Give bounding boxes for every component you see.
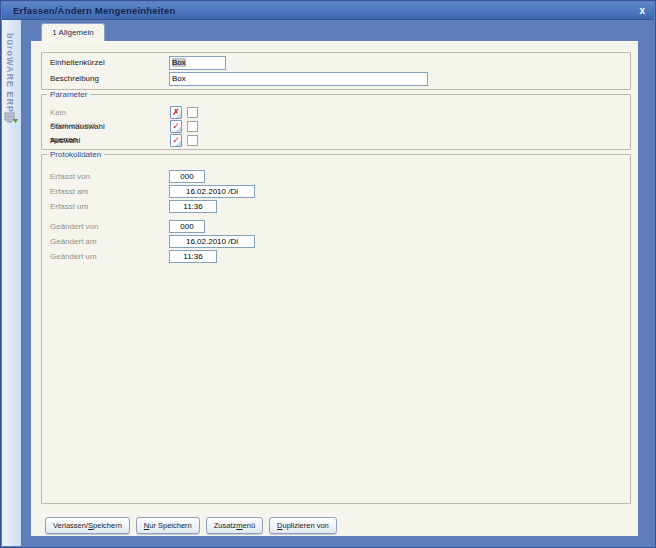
content-panel: Einheitenkürzel Box Beschreibung Box Par… bbox=[31, 41, 638, 536]
nur-speichern-button[interactable]: Nur Speichern bbox=[136, 517, 200, 534]
geaendert-am-label: Geändert am bbox=[50, 235, 97, 248]
erfasst-um-label: Erfasst um bbox=[50, 200, 88, 213]
erfasst-am-input[interactable]: 16.02.2010 /Di bbox=[169, 185, 255, 198]
auswahl-sperren-checkbox[interactable] bbox=[187, 135, 198, 146]
red-check-icon[interactable]: ✓ bbox=[170, 134, 182, 147]
geaendert-von-input[interactable]: 000 bbox=[169, 220, 205, 233]
stammauswahl-sperren-checkbox[interactable] bbox=[187, 121, 198, 132]
geaendert-am-input[interactable]: 16.02.2010 /Di bbox=[169, 235, 255, 248]
general-groupbox: Einheitenkürzel Box Beschreibung Box bbox=[41, 52, 631, 90]
red-x-icon[interactable]: ✗ bbox=[170, 106, 182, 119]
button-label-part: Zusatz bbox=[214, 521, 237, 530]
erfasst-am-label: Erfasst am bbox=[50, 185, 88, 198]
einheitenkuerzel-input[interactable]: Box bbox=[169, 56, 226, 70]
close-icon[interactable]: x bbox=[639, 2, 645, 20]
erp-dialog-window: Erfassen/Ändern Mengeneinheiten x büroWA… bbox=[0, 0, 656, 548]
kein-filialverbund-checkbox[interactable] bbox=[187, 107, 198, 118]
einheitenkuerzel-value: Box bbox=[172, 58, 186, 67]
button-label-part: enü bbox=[243, 521, 256, 530]
erfasst-um-input[interactable]: 11:36 bbox=[169, 200, 217, 213]
zusatzmenue-button[interactable]: Zusatzmenü bbox=[206, 517, 263, 534]
beschreibung-label: Beschreibung bbox=[50, 72, 99, 86]
button-label-part: ur Speichern bbox=[149, 521, 192, 530]
button-bar: Verlassen/Speichern Nur Speichern Zusatz… bbox=[45, 517, 337, 534]
erfasst-von-label: Erfasst von bbox=[50, 170, 90, 183]
beschreibung-value: Box bbox=[172, 74, 186, 83]
workstation-icon[interactable] bbox=[4, 111, 19, 126]
beschreibung-input[interactable]: Box bbox=[169, 72, 428, 86]
geaendert-um-label: Geändert um bbox=[50, 250, 97, 263]
geaendert-von-label: Geändert von bbox=[50, 220, 98, 233]
einheitenkuerzel-label: Einheitenkürzel bbox=[50, 56, 105, 70]
parameter-legend: Parameter bbox=[47, 90, 90, 99]
button-label-part: peichern bbox=[93, 521, 122, 530]
titlebar[interactable]: Erfassen/Ändern Mengeneinheiten x bbox=[2, 2, 654, 20]
button-label-part: uplizieren von bbox=[282, 521, 328, 530]
erfasst-von-input[interactable]: 000 bbox=[169, 170, 205, 183]
brand-vertical-text: büroWARE ERP bbox=[5, 33, 15, 113]
window-title: Erfassen/Ändern Mengeneinheiten bbox=[13, 2, 175, 20]
sidebar: büroWARE ERP bbox=[2, 20, 21, 546]
red-check-icon[interactable]: ✓ bbox=[170, 120, 182, 133]
duplizieren-von-button[interactable]: Duplizieren von bbox=[269, 517, 337, 534]
button-label-part: Verlassen/ bbox=[53, 521, 88, 530]
protokolldaten-groupbox: Protokolldaten Erfasst von 000 Erfasst a… bbox=[41, 154, 631, 504]
parameter-groupbox: Parameter Kein Filialverbund ✗ Stammausw… bbox=[41, 94, 631, 150]
verlassen-speichern-button[interactable]: Verlassen/Speichern bbox=[45, 517, 130, 534]
geaendert-um-input[interactable]: 11:36 bbox=[169, 250, 217, 263]
tab-allgemein[interactable]: 1 Allgemein bbox=[41, 23, 105, 41]
protokolldaten-legend: Protokolldaten bbox=[47, 150, 104, 159]
